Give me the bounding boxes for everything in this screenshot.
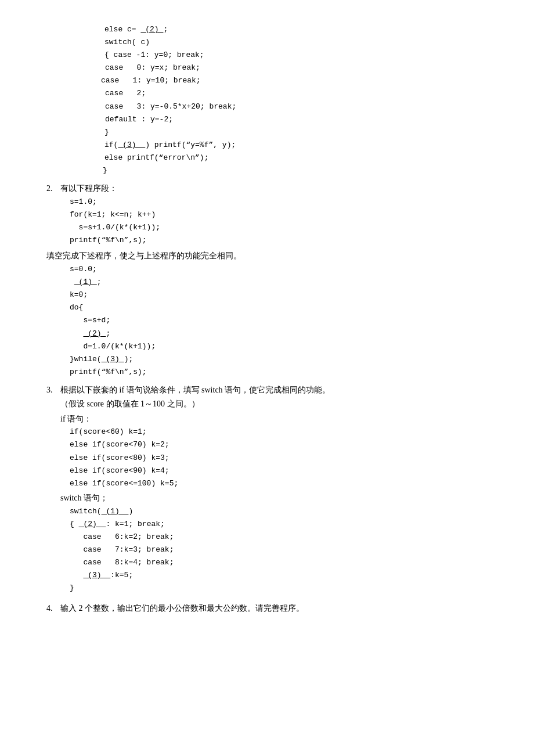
code-line: do{ bbox=[70, 301, 499, 314]
blank-3-1: (1) bbox=[102, 507, 129, 516]
blank-3-3: (3) bbox=[83, 571, 110, 579]
item-4: 4. 输入 2 个整数，输出它们的最小公倍数和最大公约数。请完善程序。 bbox=[46, 602, 499, 615]
code-line: case 0: y=x; break; bbox=[105, 62, 499, 74]
code-line: } bbox=[104, 126, 499, 139]
code-line: else if(score<80) k=3; bbox=[70, 452, 499, 465]
code-line: else printf(“error\n”); bbox=[104, 152, 499, 164]
code-continuation: else c= (2) ; switch( c) { case -1: y=0;… bbox=[46, 23, 499, 177]
item-2: 2. 有以下程序段： s=1.0; for(k=1; k<=n; k++) s=… bbox=[46, 182, 499, 379]
item-2-header: 2. 有以下程序段： bbox=[46, 182, 499, 196]
code-line: printf(“%f\n”,s); bbox=[70, 366, 499, 379]
code-line: else c= (2) ; bbox=[104, 23, 499, 36]
code-line: (3) :k=5; bbox=[70, 569, 499, 582]
code-line: case 1: y=10; break; bbox=[101, 74, 499, 87]
page-content: else c= (2) ; switch( c) { case -1: y=0;… bbox=[46, 23, 499, 615]
item-2-intro: 有以下程序段： bbox=[60, 182, 117, 196]
item-3: 3. 根据以下嵌套的 if 语句说给条件，填写 switch 语句，使它完成相同… bbox=[46, 383, 499, 595]
code-line: else if(score<=100) k=5; bbox=[70, 477, 499, 490]
code-line: for(k=1; k<=n; k++) bbox=[70, 208, 499, 221]
item-3-header: 3. 根据以下嵌套的 if 语句说给条件，填写 switch 语句，使它完成相同… bbox=[46, 383, 499, 397]
if-code: if(score<60) k=1; else if(score<70) k=2;… bbox=[70, 426, 499, 489]
code-line: s=s+1.0/(k*(k+1)); bbox=[70, 221, 499, 234]
code-line: { case -1: y=0; break; bbox=[104, 49, 499, 62]
code-line: case 6:k=2; break; bbox=[70, 531, 499, 543]
blank-3-2: (2) bbox=[79, 520, 106, 528]
item-2-code1: s=1.0; for(k=1; k<=n; k++) s=s+1.0/(k*(k… bbox=[70, 196, 499, 247]
code-line: if( (3) ) printf(“y=%f”, y); bbox=[104, 139, 499, 152]
code-line: default : y=-2; bbox=[105, 113, 499, 126]
item-4-number: 4. bbox=[46, 602, 60, 615]
switch-label: switch 语句； bbox=[60, 491, 499, 505]
blank-2-3: (3) bbox=[102, 355, 124, 363]
code-line: s=0.0; bbox=[70, 263, 499, 276]
item-3-note: （假设 score 的取值在 1～100 之间。） bbox=[60, 397, 499, 411]
code-line: s=s+d; bbox=[70, 314, 499, 327]
code-line: (1) ; bbox=[70, 276, 499, 289]
code-line: { (2) : k=1; break; bbox=[70, 518, 499, 531]
item-2-code2: s=0.0; (1) ; k=0; do{ s=s+d; (2) ; d=1.0… bbox=[70, 263, 499, 379]
code-line: case 2; bbox=[105, 87, 499, 100]
blank-3: (3) bbox=[118, 141, 145, 149]
code-line: s=1.0; bbox=[70, 196, 499, 208]
code-line: case 7:k=3; break; bbox=[70, 543, 499, 556]
code-line: else if(score<70) k=2; bbox=[70, 438, 499, 451]
code-line: } bbox=[103, 164, 499, 177]
code-line: }while( (3) ); bbox=[70, 353, 499, 366]
if-label: if 语句： bbox=[60, 412, 499, 426]
item-3-intro: 根据以下嵌套的 if 语句说给条件，填写 switch 语句，使它完成相同的功能… bbox=[60, 383, 330, 397]
code-line: else if(score<90) k=4; bbox=[70, 465, 499, 477]
code-line: printf(“%f\n”,s); bbox=[70, 234, 499, 247]
code-line: } bbox=[70, 582, 499, 595]
item-4-header: 4. 输入 2 个整数，输出它们的最小公倍数和最大公约数。请完善程序。 bbox=[46, 602, 499, 615]
code-line: case 3: y=-0.5*x+20; break; bbox=[105, 100, 499, 113]
code-line: switch( (1) ) bbox=[70, 505, 499, 518]
code-line: if(score<60) k=1; bbox=[70, 426, 499, 438]
switch-code: switch( (1) ) { (2) : k=1; break; case 6… bbox=[70, 505, 499, 595]
code-line: k=0; bbox=[70, 289, 499, 301]
code-line: case 8:k=4; break; bbox=[70, 556, 499, 569]
code-line: (2) ; bbox=[70, 327, 499, 340]
code-line: switch( c) bbox=[104, 36, 499, 49]
blank-2-2: (2) bbox=[83, 329, 106, 338]
blank-1: (2) bbox=[140, 25, 163, 34]
item-3-number: 3. bbox=[46, 383, 60, 397]
instruction-text: 填空完成下述程序，使之与上述程序的功能完全相同。 bbox=[46, 251, 241, 260]
item-2-instruction: 填空完成下述程序，使之与上述程序的功能完全相同。 bbox=[46, 249, 499, 263]
code-line: d=1.0/(k*(k+1)); bbox=[70, 340, 499, 353]
item-4-text: 输入 2 个整数，输出它们的最小公倍数和最大公约数。请完善程序。 bbox=[60, 602, 304, 615]
item-2-number: 2. bbox=[46, 182, 60, 196]
blank-2-1: (1) bbox=[74, 278, 97, 286]
